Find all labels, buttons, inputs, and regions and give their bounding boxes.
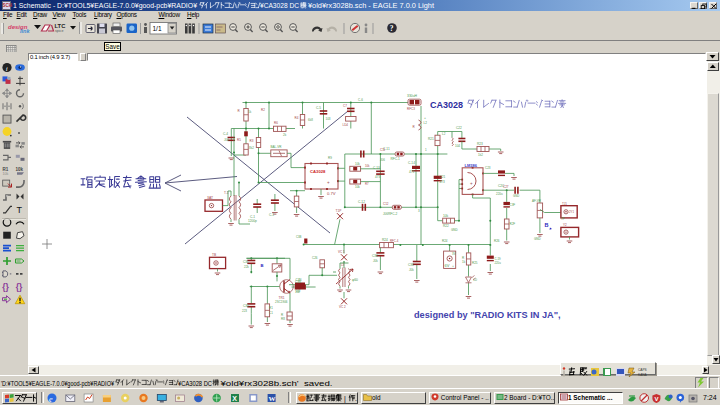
svg-text:KANA: KANA	[638, 373, 648, 377]
svg-text:T: T	[17, 205, 23, 215]
svg-text:CAPS: CAPS	[638, 368, 647, 372]
svg-text:10k: 10k	[16, 167, 24, 172]
svg-text:¥CA3028 DC: ¥CA3028 DC	[260, 2, 299, 9]
svg-text:'D:¥TOOL5¥EAGLE-7.0.0¥good-pcb: 'D:¥TOOL5¥EAGLE-7.0.0¥good-pcb¥RADIO¥	[1, 380, 114, 388]
svg-text:¥CA3028 DC: ¥CA3028 DC	[178, 380, 212, 387]
svg-text:1 Schematic - D:¥TOOL5¥EAGLE-7: 1 Schematic - D:¥TOOL5¥EAGLE-7.0.0¥good-…	[13, 2, 197, 10]
svg-text:CA3028: CA3028	[430, 100, 463, 110]
svg-text:e: e	[49, 395, 53, 404]
svg-text:|: |	[344, 395, 346, 403]
svg-text:{}: {}	[2, 282, 9, 292]
svg-text:W: W	[268, 395, 275, 403]
svg-text:spice: spice	[55, 29, 63, 33]
svg-text:¥old¥rx3028b.sch - EAGLE 7.0.0: ¥old¥rx3028b.sch - EAGLE 7.0.0 Light	[308, 2, 434, 10]
svg-text:..: ..	[355, 395, 358, 402]
svg-text:?: ?	[390, 24, 394, 33]
svg-text:{}: {}	[16, 282, 23, 292]
svg-text:i: i	[6, 65, 8, 73]
svg-text:link: link	[20, 28, 30, 34]
svg-text:10k: 10k	[3, 172, 9, 176]
svg-text:V: V	[654, 395, 658, 401]
svg-text:X: X	[232, 395, 237, 402]
svg-text:1/1: 1/1	[153, 25, 162, 32]
svg-text:¥old¥rx3028b.sch' saved.: ¥old¥rx3028b.sch' saved.	[221, 380, 333, 387]
svg-text:R1: R1	[3, 167, 9, 172]
